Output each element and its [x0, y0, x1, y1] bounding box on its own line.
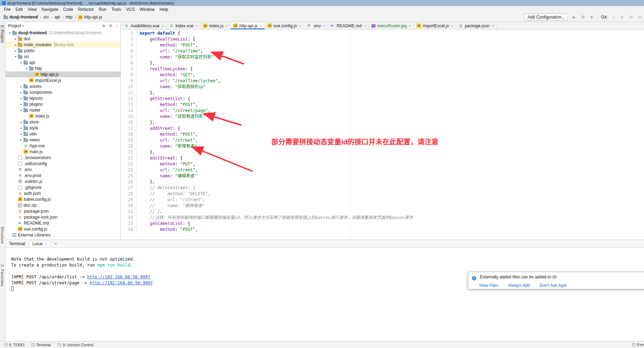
editor-tab-index-js[interactable]: JSindex.js× — [201, 22, 231, 29]
terminal-link[interactable]: http://192.168.66.56:9007 — [87, 275, 150, 279]
code-line-8[interactable]: 8 method: "GET", — [121, 72, 644, 78]
tree-item-app-vue[interactable]: VApp.vue — [6, 143, 120, 149]
code-line-7[interactable]: 7 realTimeLychee: { — [121, 66, 644, 72]
code-line-23[interactable]: 23 method: "PUT", — [121, 161, 644, 167]
editor-tab-env[interactable]: ⚙.env× — [304, 22, 328, 29]
tree-item-plugins[interactable]: ▸plugins — [6, 101, 120, 107]
tree-item-index-js[interactable]: JSindex.js — [6, 113, 120, 119]
tree-item-package-json[interactable]: {}package.json — [6, 208, 120, 214]
editor-tab-asidemenu-vue[interactable]: VAsideMenu.vue× — [122, 22, 167, 29]
code-line-31[interactable]: 31 // }, — [121, 209, 644, 215]
locate-file-icon[interactable]: ⊕ — [102, 23, 105, 28]
tree-item-src[interactable]: ▾src — [6, 54, 120, 59]
menu-run[interactable]: Run — [96, 6, 109, 13]
tree-item-http-api-js[interactable]: JShttp-api.js — [6, 71, 120, 77]
code-line-34[interactable]: 34 method: "POST", — [121, 227, 644, 233]
code-line-20[interactable]: 20 name: "新增巷道" — [121, 143, 644, 149]
tab-close-icon[interactable]: × — [44, 242, 47, 246]
editor-tab-readme-md[interactable]: M↓README.md× — [328, 22, 369, 29]
breadcrumb-item-http[interactable]: http — [65, 15, 73, 20]
tree-expand-arrow-icon[interactable]: ▾ — [8, 31, 12, 35]
tab-close-icon[interactable]: × — [451, 24, 453, 28]
editor-tab-menurouter-jpg[interactable]: menuRouter.jpg× — [369, 22, 414, 29]
tree-item-layouts[interactable]: ▸layouts — [6, 95, 120, 101]
code-line-24[interactable]: 24 url: "/street", — [121, 167, 644, 173]
code-line-21[interactable]: 21 }, — [121, 149, 644, 155]
menu-navigate[interactable]: Navigate — [39, 6, 61, 13]
tree-expand-arrow-icon[interactable]: ▸ — [19, 102, 23, 106]
code-line-19[interactable]: 19 url: "/street", — [121, 137, 644, 143]
tree-item-env[interactable]: ⚙.env — [6, 166, 120, 172]
menu-view[interactable]: View — [25, 6, 39, 13]
editor-tab-http-api-js[interactable]: JShttp-api.js× — [231, 22, 265, 29]
menu-vcs[interactable]: VCS — [124, 6, 137, 13]
tool-button-version-control[interactable]: 9: Version Control — [58, 343, 93, 347]
git-commit-icon[interactable]: ✓ — [620, 15, 625, 20]
code-line-15[interactable]: 15 name: "获取巷道列表" — [121, 114, 644, 120]
code-line-16[interactable]: 16 }, — [121, 120, 644, 126]
tree-item-duoji-frontend[interactable]: ▾duoji-frontendD:\zheheWeb\duoji-fronten… — [6, 30, 120, 36]
tree-item-store[interactable]: ▸store — [6, 119, 120, 125]
tree-expand-arrow-icon[interactable]: ▸ — [13, 43, 18, 47]
debug-icon[interactable]: ⚙ — [580, 15, 586, 20]
code-line-32[interactable]: 32 //注释：所有用到删除的接口都需要拼接变量id，所以请求方式采用了挂载在原… — [121, 215, 644, 221]
tree-item-utils[interactable]: ▸utils — [6, 131, 120, 137]
notification-action-view-files[interactable]: View Files — [479, 283, 498, 288]
code-line-1[interactable]: 1export default { — [121, 30, 644, 36]
code-line-33[interactable]: 33 getCameraList: { — [121, 221, 644, 227]
code-line-9[interactable]: 9 url: "/realTime/lychee", — [121, 78, 644, 84]
history-icon[interactable]: ⊙ — [637, 15, 643, 20]
menu-window[interactable]: Window — [137, 6, 157, 13]
tree-item-package-lock-json[interactable]: {}package-lock.json — [6, 214, 120, 220]
editor-tab-importexcel-js[interactable]: JSimportExcel.js× — [414, 22, 456, 29]
editor-tab-index-vue[interactable]: Vindex.vue× — [167, 22, 201, 29]
tree-item-babel-config-js[interactable]: JSbabel.config.js — [6, 196, 120, 202]
hide-panel-icon[interactable]: − — [115, 23, 118, 28]
tree-item-public[interactable]: ▸public — [6, 48, 120, 54]
code-line-18[interactable]: 18 method: "POST", — [121, 132, 644, 137]
tool-button-structure[interactable]: Structure — [0, 227, 5, 244]
tree-expand-arrow-icon[interactable]: ▸ — [13, 49, 18, 52]
gear-icon[interactable]: ⚙ — [108, 23, 112, 28]
breadcrumb-item-duoji-frontend[interactable]: duoji-frontend — [3, 15, 38, 20]
tab-close-icon[interactable]: × — [226, 24, 228, 28]
code-line-3[interactable]: 3 method: "POST", — [121, 42, 644, 48]
tool-button-terminal[interactable]: Terminal — [31, 343, 51, 347]
tree-expand-arrow-icon[interactable]: ▸ — [19, 97, 23, 100]
code-line-14[interactable]: 14 url: "/street/page", — [121, 108, 644, 114]
tree-expand-arrow-icon[interactable]: ▸ — [19, 126, 23, 130]
menu-code[interactable]: Code — [61, 6, 76, 13]
tree-item-editorconfig[interactable]: .editorconfig — [6, 161, 120, 166]
notification-action-don-t-ask-agai[interactable]: Don't Ask Agai — [540, 283, 567, 288]
code-line-6[interactable]: 6 }, — [121, 60, 644, 66]
git-revert-icon[interactable]: ↻ — [628, 15, 634, 20]
tree-item-router[interactable]: ▾router — [6, 107, 120, 113]
tree-item-auth-json[interactable]: {}auth.json — [6, 190, 120, 196]
tree-item-eslintrc-js[interactable]: .eslintrc.js — [6, 178, 120, 184]
terminal-tab-local[interactable]: Local × — [29, 241, 50, 247]
terminal-link[interactable]: http://192.168.66.56:9007 — [90, 280, 153, 285]
add-configuration-button[interactable]: Add Configuration... — [524, 14, 568, 21]
code-line-28[interactable]: 28 // method: "DELETE", — [121, 191, 644, 197]
tree-expand-arrow-icon[interactable]: ▾ — [24, 67, 29, 70]
code-line-17[interactable]: 17 addStreet: { — [121, 126, 644, 132]
menu-tools[interactable]: Tools — [109, 6, 124, 13]
menu-help[interactable]: Help — [157, 6, 171, 13]
editor-tab-vue-config-js[interactable]: JSvue.config.js× — [265, 22, 304, 29]
new-terminal-session-icon[interactable]: + — [53, 241, 58, 246]
breadcrumb-item-http-api-js[interactable]: JShttp-api.js — [77, 15, 103, 20]
code-line-25[interactable]: 25 name: "编辑巷道" — [121, 173, 644, 179]
run-icon[interactable]: ▶ — [571, 15, 577, 20]
tree-item-dist-zip[interactable]: ZIPdist.zip — [6, 202, 120, 208]
tool-button-todo[interactable]: 6: TODO — [4, 343, 24, 347]
code-line-4[interactable]: 4 url: "/realTime", — [121, 48, 644, 54]
tab-close-icon[interactable]: × — [492, 24, 494, 28]
tree-item-components[interactable]: ▸components — [6, 89, 120, 95]
tree-item-assets[interactable]: ▸assets — [6, 83, 120, 89]
code-line-13[interactable]: 13 method: "POST", — [121, 102, 644, 108]
code-line-27[interactable]: 27 // deleteStreet: { — [121, 185, 644, 191]
code-line-11[interactable]: 11 }, — [121, 90, 644, 96]
tree-expand-arrow-icon[interactable]: ▸ — [19, 132, 23, 136]
tree-item-vue-config-js[interactable]: JSvue.config.js — [6, 226, 120, 232]
menu-file[interactable]: File — [1, 6, 13, 13]
